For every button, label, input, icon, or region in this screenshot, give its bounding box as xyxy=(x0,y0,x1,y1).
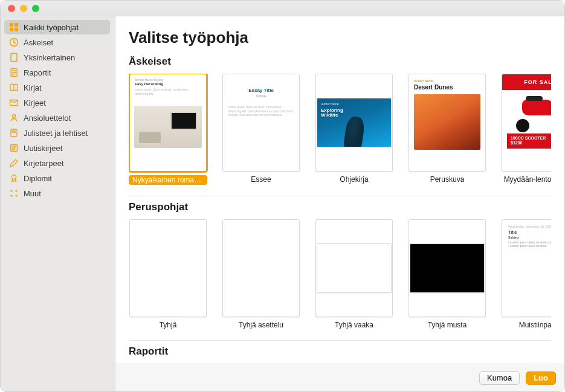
template-item[interactable]: Tyhjä musta xyxy=(408,219,486,329)
section-title-basic: Peruspohjat xyxy=(129,201,551,213)
template-caption: Tyhjä xyxy=(160,321,177,329)
create-button[interactable]: Luo xyxy=(526,371,556,385)
section-title-recent: Äskeiset xyxy=(129,56,551,68)
clock-icon xyxy=(9,37,19,47)
sidebar-item-label: Julisteet ja lehtiset xyxy=(24,129,88,138)
template-chooser-window: Kaikki työpohjatÄskeisetYksinkertainenRa… xyxy=(0,0,565,392)
template-caption: Tyhjä musta xyxy=(428,321,467,329)
footer: Kumoa Luo xyxy=(115,364,564,391)
sidebar-item-label: Diplomit xyxy=(24,174,52,183)
template-thumbnail: Author NameExploringWildlife xyxy=(315,74,393,172)
titlebar xyxy=(1,1,564,16)
template-item[interactable]: Tyhjä asettelu xyxy=(222,219,300,329)
template-caption: Nykyaikainen romaani xyxy=(129,175,207,185)
book-icon xyxy=(9,83,19,92)
template-thumbnail xyxy=(222,219,300,317)
template-thumbnail xyxy=(129,219,207,317)
sidebar-item-award[interactable]: Diplomit xyxy=(4,171,110,185)
grid-icon xyxy=(9,22,19,32)
template-caption: Essee xyxy=(251,175,271,184)
stationery-icon xyxy=(9,158,19,168)
basic-templates-grid: TyhjäTyhjä asetteluTyhjä vaakaTyhjä must… xyxy=(129,219,551,329)
minimize-window-icon[interactable] xyxy=(20,5,27,12)
template-thumbnail xyxy=(408,219,486,317)
svg-point-13 xyxy=(10,190,12,191)
cancel-button[interactable]: Kumoa xyxy=(479,371,520,385)
template-item[interactable]: Wednesday, December 16, 2020TitleSubject… xyxy=(501,219,551,329)
sidebar-item-label: Kirjetarpeet xyxy=(24,159,63,168)
sidebar-item-label: Kirjeet xyxy=(24,98,46,108)
sidebar-item-envelope[interactable]: Kirjeet xyxy=(4,95,110,110)
template-thumbnail: Author NameDesert Dunes xyxy=(408,74,486,172)
zoom-window-icon[interactable] xyxy=(32,5,39,12)
template-item[interactable]: Essay TitleSubtitleLorem ipsum dolor sit… xyxy=(222,74,300,185)
svg-rect-10 xyxy=(12,130,16,133)
template-thumbnail: Simple Home StylingEasy DecoratingLorem … xyxy=(129,74,207,172)
sidebar-item-label: Ansioluettelot xyxy=(24,114,71,123)
template-item[interactable]: FOR SALE100CC SCOOTER$1200Myydään-lentol… xyxy=(501,74,551,185)
newsletter-icon xyxy=(9,143,19,153)
sidebar-item-label: Raportit xyxy=(24,68,51,77)
sidebar-item-clock[interactable]: Äskeiset xyxy=(4,35,110,50)
sidebar-item-label: Äskeiset xyxy=(24,38,53,47)
svg-point-12 xyxy=(12,175,16,179)
award-icon xyxy=(9,173,19,183)
envelope-icon xyxy=(9,98,19,108)
template-item[interactable]: Tyhjä vaaka xyxy=(315,219,393,329)
svg-point-15 xyxy=(10,194,12,196)
template-item[interactable]: Author NameDesert DunesPeruskuva xyxy=(408,74,486,185)
template-thumbnail: Wednesday, December 16, 2020TitleSubject… xyxy=(502,219,551,317)
sidebar-item-grid2[interactable]: Muut xyxy=(4,186,110,201)
template-thumbnail: FOR SALE100CC SCOOTER$1200 xyxy=(502,74,551,172)
person-icon xyxy=(9,113,19,123)
svg-rect-5 xyxy=(11,54,17,62)
template-caption: Myydään-lentolehtinen xyxy=(504,175,551,184)
sidebar-item-label: Muut xyxy=(24,189,41,198)
section-title-reports: Raportit xyxy=(129,345,551,358)
template-item[interactable]: Author NameExploringWildlifeOhjekirja xyxy=(315,74,393,185)
close-window-icon[interactable] xyxy=(8,5,15,12)
svg-rect-2 xyxy=(10,28,13,31)
svg-point-16 xyxy=(15,194,17,196)
sidebar-item-label: Yksinkertainen xyxy=(24,53,75,62)
svg-rect-3 xyxy=(15,28,18,31)
recent-templates-grid: Simple Home StylingEasy DecoratingLorem … xyxy=(129,74,551,185)
svg-point-8 xyxy=(13,115,16,118)
template-caption: Tyhjä vaaka xyxy=(335,321,373,329)
template-caption: Tyhjä asettelu xyxy=(239,321,283,329)
sidebar-item-person[interactable]: Ansioluettelot xyxy=(4,111,110,125)
template-caption: Ohjekirja xyxy=(340,175,368,184)
template-caption: Muistiinpanot xyxy=(519,321,551,329)
report-icon xyxy=(9,68,19,77)
sidebar-item-label: Kaikki työpohjat xyxy=(24,23,79,32)
page-title: Valitse työpohja xyxy=(129,28,551,47)
poster-icon xyxy=(9,128,19,138)
sidebar-item-book[interactable]: Kirjat xyxy=(4,80,110,95)
paper-icon xyxy=(9,53,19,62)
template-caption: Peruskuva xyxy=(430,175,465,184)
sidebar-item-stationery[interactable]: Kirjetarpeet xyxy=(4,156,110,170)
sidebar-item-poster[interactable]: Julisteet ja lehtiset xyxy=(4,126,110,140)
grid2-icon xyxy=(9,188,19,198)
template-item[interactable]: Simple Home StylingEasy DecoratingLorem … xyxy=(129,74,207,185)
sidebar-item-paper[interactable]: Yksinkertainen xyxy=(4,50,110,65)
template-thumbnail xyxy=(315,219,393,317)
template-thumbnail: Essay TitleSubtitleLorem ipsum dolor sit… xyxy=(222,74,300,172)
sidebar-item-grid[interactable]: Kaikki työpohjat xyxy=(4,20,110,34)
sidebar: Kaikki työpohjatÄskeisetYksinkertainenRa… xyxy=(1,16,115,391)
template-item[interactable]: Tyhjä xyxy=(129,219,207,329)
svg-rect-0 xyxy=(10,23,13,27)
content-area: Valitse työpohja Äskeiset Simple Home St… xyxy=(115,16,564,364)
sidebar-item-label: Kirjat xyxy=(24,83,42,92)
sidebar-item-report[interactable]: Raportit xyxy=(4,65,110,80)
sidebar-item-label: Uutiskirjeet xyxy=(24,144,62,153)
svg-rect-1 xyxy=(15,23,18,27)
sidebar-item-newsletter[interactable]: Uutiskirjeet xyxy=(4,141,110,155)
svg-point-14 xyxy=(15,190,17,191)
